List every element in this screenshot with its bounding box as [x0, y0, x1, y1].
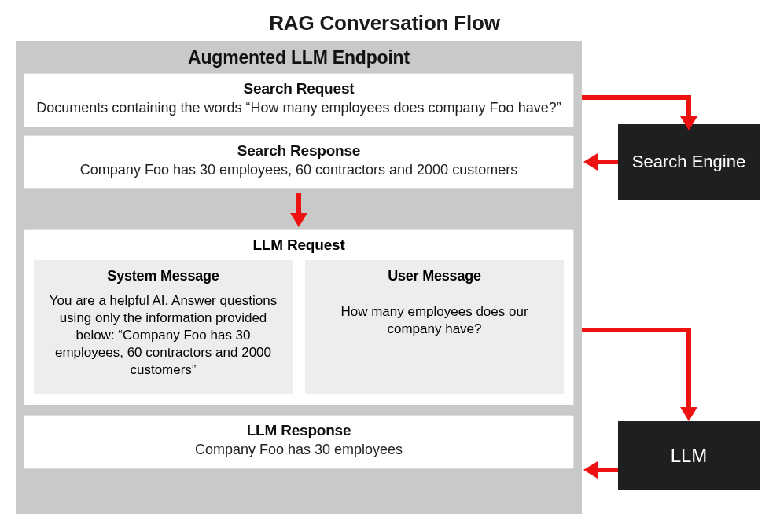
- llm-label: LLM: [671, 445, 708, 467]
- system-message-card: System Message You are a helpful AI. Ans…: [34, 260, 293, 394]
- svg-marker-7: [583, 461, 598, 479]
- llm-response-body: Company Foo has 30 employees: [35, 441, 562, 459]
- svg-marker-4: [583, 153, 598, 171]
- down-arrow-response-to-request: [24, 189, 574, 229]
- llm-response-title: LLM Response: [35, 422, 562, 439]
- llm-box: LLM: [618, 421, 760, 490]
- search-request-card: Search Request Documents containing the …: [24, 73, 574, 127]
- augmented-llm-endpoint-container: Augmented LLM Endpoint Search Request Do…: [16, 41, 582, 514]
- user-message-body: How many employees does our company have…: [318, 303, 551, 338]
- arrow-engine-to-search-response: [583, 153, 618, 171]
- llm-request-card: LLM Request System Message You are a hel…: [24, 229, 574, 405]
- svg-marker-5: [680, 407, 697, 421]
- svg-marker-1: [290, 213, 307, 227]
- search-engine-box: Search Engine: [618, 124, 760, 200]
- search-response-body: Company Foo has 30 employees, 60 contrac…: [35, 161, 562, 179]
- system-message-title: System Message: [46, 268, 280, 284]
- arrow-llm-to-response: [583, 461, 618, 479]
- search-engine-label: Search Engine: [632, 152, 745, 172]
- arrow-down-icon: [287, 191, 311, 227]
- page-title: RAG Conversation Flow: [0, 11, 769, 35]
- search-request-body: Documents containing the words “How many…: [35, 99, 562, 117]
- llm-response-card: LLM Response Company Foo has 30 employee…: [24, 415, 574, 469]
- user-message-title: User Message: [318, 268, 551, 284]
- system-message-body: You are a helpful AI. Answer questions u…: [46, 292, 280, 379]
- endpoint-title: Augmented LLM Endpoint: [24, 47, 574, 68]
- search-response-card: Search Response Company Foo has 30 emplo…: [24, 135, 574, 189]
- search-request-title: Search Request: [35, 80, 562, 97]
- llm-request-title: LLM Request: [34, 237, 564, 254]
- arrow-llm-request-to-llm: [582, 330, 697, 421]
- user-message-card: User Message How many employees does our…: [305, 260, 564, 394]
- search-response-title: Search Response: [35, 142, 562, 160]
